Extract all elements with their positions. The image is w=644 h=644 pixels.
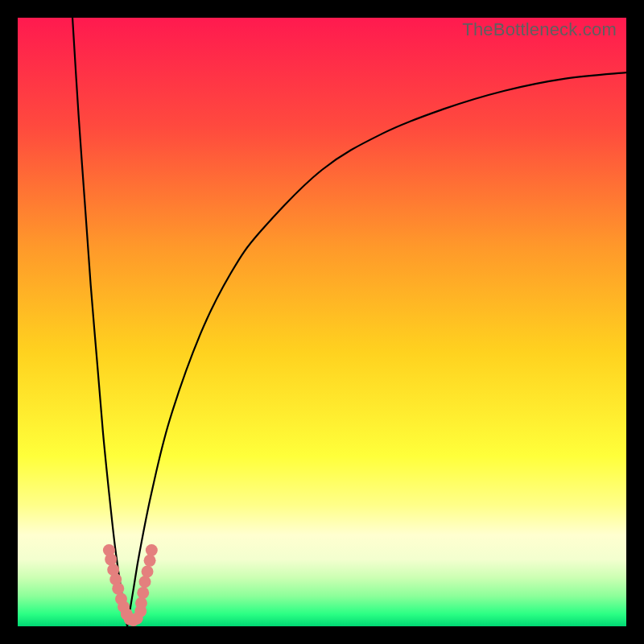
- marker-point: [105, 553, 117, 565]
- bottleneck-curve-right: [127, 72, 626, 626]
- marker-point: [146, 544, 158, 556]
- marker-point: [137, 587, 149, 599]
- chart-frame: TheBottleneck.com: [0, 0, 644, 644]
- highlighted-points: [103, 544, 158, 626]
- marker-point: [144, 555, 156, 567]
- marker-point: [112, 583, 124, 595]
- marker-point: [139, 576, 151, 588]
- marker-point: [135, 597, 147, 609]
- marker-point: [142, 565, 154, 577]
- plot-area: TheBottleneck.com: [18, 18, 626, 626]
- curve-layer: [18, 18, 626, 626]
- bottleneck-curve-left: [72, 18, 127, 626]
